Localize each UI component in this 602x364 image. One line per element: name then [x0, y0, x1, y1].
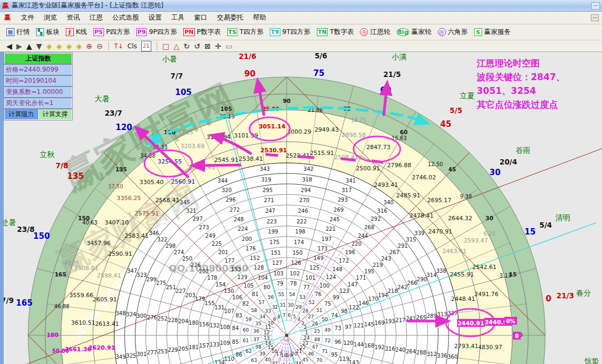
svg-text:200: 200 — [242, 236, 252, 242]
zoom-in-icon[interactable]: ⊕ — [86, 41, 92, 51]
svg-text:150: 150 — [293, 250, 303, 256]
svg-text:74: 74 — [331, 313, 338, 318]
clear-button[interactable]: Cls — [127, 41, 137, 51]
pointer-up-icon[interactable]: ▲ — [27, 41, 32, 51]
svg-text:248: 248 — [234, 216, 244, 222]
svg-text:26: 26 — [312, 321, 319, 326]
p-square-button[interactable]: PSP四方形 — [90, 27, 133, 38]
price-field[interactable]: 价格=2440.9099 — [4, 64, 72, 75]
svg-text:2463.41: 2463.41 — [442, 248, 467, 255]
svg-text:265: 265 — [416, 315, 426, 320]
calc-support-button[interactable]: 计算支撑 — [38, 109, 72, 120]
toolbar-label: P四方形 — [106, 28, 130, 37]
menu-item-1[interactable]: 浏览 — [39, 12, 62, 23]
hexagon-button[interactable]: ◎六角形 — [435, 27, 471, 38]
service-button[interactable]: $赢家服务 — [471, 27, 514, 38]
svg-text:46.88: 46.88 — [54, 304, 70, 309]
svg-text:172: 172 — [339, 258, 349, 264]
svg-text:134: 134 — [214, 360, 225, 364]
svg-text:13: 13 — [264, 335, 270, 341]
svg-text:春分: 春分 — [577, 289, 591, 297]
minimize-button[interactable]: — — [591, 2, 600, 10]
svg-text:291: 291 — [398, 243, 408, 249]
quotes-button[interactable]: ▦行情 — [3, 27, 33, 38]
menu-item-5[interactable]: 设置 — [144, 12, 167, 23]
toolbar-label: 板块 — [46, 28, 59, 37]
svg-text:119: 119 — [339, 356, 349, 362]
svg-text:323: 323 — [137, 272, 147, 278]
menu-item-6[interactable]: 工具 — [167, 12, 190, 23]
svg-text:145: 145 — [364, 322, 374, 327]
screen-tool-icon[interactable]: ▭ — [226, 41, 233, 51]
gann-wheel-button[interactable]: ◎江恩轮 — [357, 27, 393, 38]
svg-text:15: 15 — [524, 227, 536, 237]
winner-wheel-button[interactable]: Big赢家轮 — [393, 27, 435, 38]
svg-text:惊蛰: 惊蛰 — [584, 357, 599, 364]
pointer-down-icon[interactable]: ▼ — [36, 41, 42, 51]
svg-text:0: 0 — [515, 333, 519, 339]
calc-resistance-button[interactable]: 计算阻力 — [4, 109, 38, 120]
svg-text:121: 121 — [354, 323, 364, 328]
time-axis-icon[interactable]: T↓ — [114, 41, 123, 51]
svg-text:360: 360 — [448, 354, 458, 360]
svg-text:298: 298 — [166, 243, 176, 249]
t-square-button[interactable]: TST四方形 — [224, 27, 267, 38]
svg-text:3305.40: 3305.40 — [140, 179, 164, 186]
svg-text:71: 71 — [322, 349, 328, 354]
collapse-arrows-icon[interactable]: ✛ — [215, 41, 221, 51]
svg-text:57: 57 — [259, 300, 264, 305]
step-right-icon[interactable]: ▶ — [16, 41, 22, 51]
menu-item-2[interactable]: 资讯 — [62, 12, 85, 23]
svg-text:131: 131 — [214, 305, 225, 310]
diamond-right-icon[interactable]: ◈ — [56, 41, 62, 51]
svg-text:120: 120 — [116, 123, 132, 132]
p-table-button[interactable]: PNP数字表 — [180, 27, 223, 38]
svg-text:243: 243 — [381, 256, 391, 262]
sectors-button[interactable]: ▚板块 — [33, 27, 63, 38]
menu-item-0[interactable]: 文件 — [16, 12, 39, 23]
t-table-button[interactable]: TNT数字表 — [314, 27, 357, 38]
menu-item-8[interactable]: 交易委托 — [212, 12, 248, 23]
step-left-icon[interactable]: ◀ — [6, 41, 12, 51]
date-field[interactable]: 时间=20190104 — [4, 75, 72, 86]
svg-text:82: 82 — [242, 301, 249, 307]
svg-text:小暑: 小暑 — [162, 55, 177, 63]
diamond-left-icon[interactable]: ◈ — [46, 41, 52, 51]
9p-square-button[interactable]: P99P四方形 — [133, 27, 180, 38]
svg-text:135: 135 — [67, 171, 84, 181]
menu-item-9[interactable]: 帮助 — [248, 12, 271, 23]
svg-text:43.75: 43.75 — [64, 261, 80, 266]
step-field[interactable]: 周天变化步长=1 — [4, 98, 72, 109]
svg-text:242: 242 — [397, 284, 407, 290]
rotate-ccw-icon[interactable]: ↺ — [194, 41, 201, 51]
9t-square-button[interactable]: T99T四方形 — [266, 27, 313, 38]
svg-text:169: 169 — [375, 320, 385, 326]
svg-text:7/8: 7/8 — [56, 161, 68, 170]
svg-text:216: 216 — [385, 346, 395, 352]
kline-button[interactable]: ʄK线 — [63, 27, 90, 38]
triangle-tool-icon[interactable]: △ — [174, 41, 179, 51]
menu-item-3[interactable]: 江恩 — [85, 12, 108, 23]
diamond-down-icon[interactable]: ◈ — [76, 41, 82, 51]
svg-text:99: 99 — [333, 294, 340, 300]
square-tool-icon[interactable]: □ — [162, 41, 169, 51]
svg-text:70: 70 — [316, 358, 323, 363]
zoom-out-icon[interactable]: ⊖ — [97, 41, 103, 51]
scale-factor-field[interactable]: 变换系数=1.00000 — [4, 86, 72, 98]
svg-text:2493.41: 2493.41 — [374, 181, 398, 188]
mdi-minimize-button[interactable]: — — [591, 14, 599, 21]
svg-text:6.25: 6.25 — [484, 231, 495, 237]
svg-text:2478.41: 2478.41 — [409, 212, 434, 219]
svg-text:175: 175 — [269, 239, 279, 245]
grid-box-icon[interactable]: ⊠ — [204, 41, 211, 51]
svg-text:90: 90 — [283, 98, 291, 104]
svg-text:299: 299 — [147, 276, 157, 282]
svg-text:3000.29: 3000.29 — [287, 128, 312, 135]
svg-text:312: 312 — [427, 351, 437, 357]
rotate-cw-icon[interactable]: ↻ — [184, 41, 190, 51]
menu-item-4[interactable]: 公式选股 — [108, 12, 144, 23]
calendar-icon[interactable]: 21 — [141, 41, 151, 51]
menu-item-7[interactable]: 窗口 — [190, 12, 212, 23]
diamond-up-icon[interactable]: ◈ — [66, 41, 72, 51]
svg-text:86: 86 — [236, 352, 243, 358]
